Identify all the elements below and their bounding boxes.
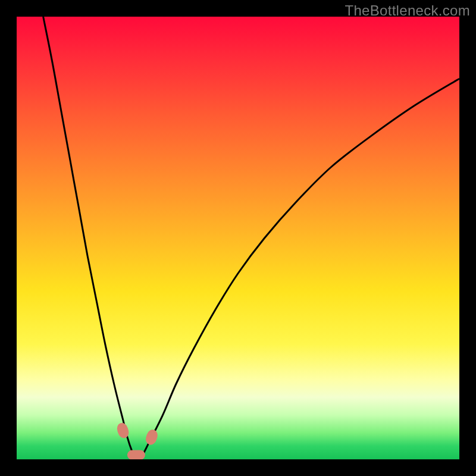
left-curve xyxy=(43,17,136,459)
chart-container: TheBottleneck.com xyxy=(0,0,476,476)
watermark-text: TheBottleneck.com xyxy=(345,2,470,19)
markers xyxy=(115,421,159,459)
bottom-marker-marker xyxy=(127,450,145,459)
left-marker-marker xyxy=(115,421,130,439)
curves-svg xyxy=(17,17,459,459)
right-marker-marker xyxy=(144,428,159,446)
plot-area xyxy=(17,17,459,459)
right-curve xyxy=(140,79,459,459)
